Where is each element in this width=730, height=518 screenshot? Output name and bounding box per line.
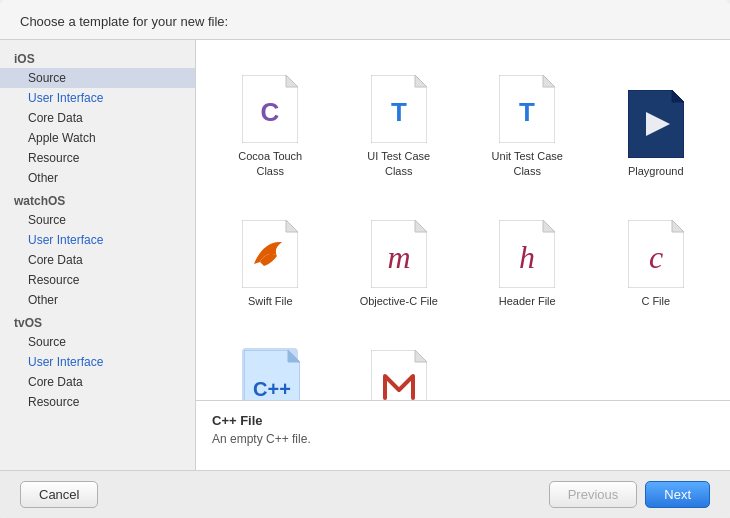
file-grid: C Cocoa Touch Class T UI Test Case C — [196, 40, 730, 400]
description-panel: C++ File An empty C++ file. — [196, 400, 730, 470]
svg-text:C++: C++ — [253, 378, 291, 400]
sidebar-item-watchos-resource[interactable]: Resource — [0, 270, 195, 290]
svg-marker-27 — [415, 350, 427, 362]
c-file-label: C File — [641, 294, 670, 308]
file-item-cpp[interactable]: C++ C++ File — [206, 316, 335, 400]
header-label: Header File — [499, 294, 556, 308]
sidebar-item-watchos-other[interactable]: Other — [0, 290, 195, 310]
cancel-button[interactable]: Cancel — [20, 481, 98, 508]
metal-icon — [371, 350, 427, 400]
svg-text:c: c — [649, 239, 663, 275]
file-item-objc[interactable]: m Objective-C File — [335, 186, 464, 316]
svg-marker-10 — [672, 90, 684, 102]
dialog-body: iOS Source User Interface Core Data Appl… — [0, 40, 730, 470]
sidebar-item-tvos-resource[interactable]: Resource — [0, 392, 195, 412]
ui-test-icon: T — [371, 75, 427, 143]
sidebar-item-ios-applewatch[interactable]: Apple Watch — [0, 128, 195, 148]
dialog-footer: Cancel Previous Next — [0, 470, 730, 518]
sidebar-item-watchos-source[interactable]: Source — [0, 210, 195, 230]
file-item-header[interactable]: h Header File — [463, 186, 592, 316]
sidebar-item-tvos-coredata[interactable]: Core Data — [0, 372, 195, 392]
sidebar-item-watchos-ui[interactable]: User Interface — [0, 230, 195, 250]
sidebar-item-tvos-source[interactable]: Source — [0, 332, 195, 352]
svg-text:h: h — [519, 239, 535, 275]
ui-test-label: UI Test Case Class — [354, 149, 444, 178]
svg-text:T: T — [519, 97, 535, 127]
previous-button[interactable]: Previous — [549, 481, 638, 508]
cpp-icon: C++ — [242, 348, 298, 400]
sidebar-item-ios-coredata[interactable]: Core Data — [0, 108, 195, 128]
svg-text:C: C — [261, 97, 280, 127]
svg-marker-1 — [286, 75, 298, 87]
file-item-unit-test[interactable]: T Unit Test Case Class — [463, 56, 592, 186]
description-title: C++ File — [212, 413, 714, 428]
content-area: C Cocoa Touch Class T UI Test Case C — [196, 40, 730, 470]
playground-label: Playground — [628, 164, 684, 178]
svg-text:m: m — [387, 239, 410, 275]
file-item-ui-test[interactable]: T UI Test Case Class — [335, 56, 464, 186]
file-item-metal[interactable]: Metal File — [335, 316, 464, 400]
svg-marker-24 — [288, 350, 300, 362]
sidebar-group-watchos: watchOS — [0, 188, 195, 210]
svg-marker-4 — [415, 75, 427, 87]
next-button[interactable]: Next — [645, 481, 710, 508]
sidebar-item-ios-ui[interactable]: User Interface — [0, 88, 195, 108]
svg-marker-18 — [543, 220, 555, 232]
svg-text:T: T — [391, 97, 407, 127]
file-item-playground[interactable]: Playground — [592, 56, 721, 186]
svg-marker-7 — [543, 75, 555, 87]
cocoa-touch-label: Cocoa Touch Class — [225, 149, 315, 178]
sidebar-item-ios-resource[interactable]: Resource — [0, 148, 195, 168]
file-item-c[interactable]: c C File — [592, 186, 721, 316]
objc-icon: m — [371, 220, 427, 288]
sidebar-item-tvos-ui[interactable]: User Interface — [0, 352, 195, 372]
swift-icon — [242, 220, 298, 288]
template-dialog: Choose a template for your new file: iOS… — [0, 0, 730, 518]
file-item-cocoa-touch[interactable]: C Cocoa Touch Class — [206, 56, 335, 186]
playground-icon — [628, 90, 684, 158]
swift-label: Swift File — [248, 294, 293, 308]
sidebar: iOS Source User Interface Core Data Appl… — [0, 40, 196, 470]
sidebar-item-watchos-coredata[interactable]: Core Data — [0, 250, 195, 270]
file-item-swift[interactable]: Swift File — [206, 186, 335, 316]
unit-test-label: Unit Test Case Class — [482, 149, 572, 178]
sidebar-group-ios: iOS — [0, 46, 195, 68]
svg-marker-21 — [672, 220, 684, 232]
unit-test-icon: T — [499, 75, 555, 143]
sidebar-group-tvos: tvOS — [0, 310, 195, 332]
header-icon: h — [499, 220, 555, 288]
sidebar-item-ios-other[interactable]: Other — [0, 168, 195, 188]
dialog-header: Choose a template for your new file: — [0, 0, 730, 40]
objc-label: Objective-C File — [360, 294, 438, 308]
cocoa-touch-icon: C — [242, 75, 298, 143]
c-file-icon: c — [628, 220, 684, 288]
svg-marker-15 — [415, 220, 427, 232]
svg-marker-13 — [286, 220, 298, 232]
sidebar-item-ios-source[interactable]: Source — [0, 68, 195, 88]
header-text: Choose a template for your new file: — [20, 14, 228, 29]
nav-buttons: Previous Next — [549, 481, 710, 508]
description-text: An empty C++ file. — [212, 432, 714, 446]
